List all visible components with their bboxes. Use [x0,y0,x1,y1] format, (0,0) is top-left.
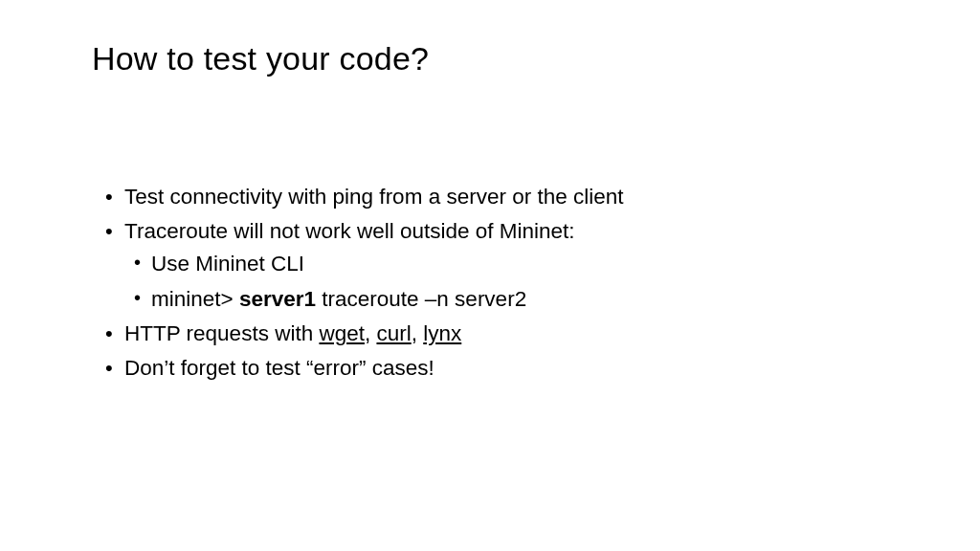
separator: , [412,321,424,345]
separator: , [365,321,377,345]
bullet-text-post: traceroute –n server2 [316,287,526,311]
slide: How to test your code? Test connectivity… [0,0,980,385]
bullet-text: Traceroute will not work well outside of… [124,219,575,243]
list-item: mininet> server1 traceroute –n server2 [142,283,888,316]
list-item: Traceroute will not work well outside of… [117,215,888,316]
sub-list: Use Mininet CLI mininet> server1 tracero… [124,248,888,315]
bullet-text-pre: mininet> [151,287,239,311]
list-item: Don’t forget to test “error” cases! [117,352,888,385]
slide-title: How to test your code? [92,40,888,77]
bullet-text-pre: HTTP requests with [124,321,319,345]
bullet-text-bold: server1 [239,287,316,311]
bullet-list: Test connectivity with ping from a serve… [92,181,888,385]
underline-text: lynx [423,321,461,345]
list-item: HTTP requests with wget, curl, lynx [117,318,888,350]
list-item: Use Mininet CLI [142,248,888,280]
underline-text: curl [376,321,411,345]
underline-text: wget [319,321,365,345]
list-item: Test connectivity with ping from a serve… [117,181,888,213]
bullet-text: Don’t forget to test “error” cases! [124,356,434,380]
bullet-text: Test connectivity with ping from a serve… [124,185,623,209]
bullet-text: Use Mininet CLI [151,252,304,276]
